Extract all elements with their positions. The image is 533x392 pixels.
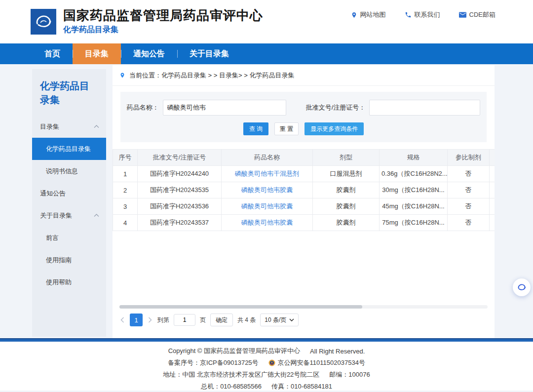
contact-link[interactable]: 联系我们 <box>405 10 440 19</box>
drug-name-link[interactable]: 磷酸奥司他韦胶囊 <box>222 182 313 198</box>
floating-cde-button[interactable] <box>513 278 531 296</box>
chevron-left-icon <box>120 317 124 323</box>
footer-divider-bar <box>0 338 533 342</box>
column-header-phantom <box>490 150 495 166</box>
cell-serial: 4 <box>113 215 138 231</box>
mailbox-label: CDE邮箱 <box>469 10 495 19</box>
rights-text: All Right Reserved. <box>310 348 365 355</box>
nav-item[interactable]: 通知公告 <box>121 43 177 64</box>
drug-name-link[interactable]: 磷酸奥司他韦胶囊 <box>222 215 313 231</box>
nav-item[interactable]: 关于目录集 <box>177 43 241 64</box>
more-conditions-button[interactable]: 显示更多查询条件 <box>305 122 364 135</box>
page-number-button[interactable]: 1 <box>130 314 143 326</box>
cell-spec: 45mg（按C16H28N... <box>380 198 448 215</box>
cell-phantom <box>490 198 495 215</box>
envelope-icon <box>459 12 466 18</box>
cell-spec: 75mg（按C16H28N... <box>380 215 448 231</box>
table-header-row: 序号 批准文号/注册证号 药品名称 剂型 规格 参比制剂 <box>113 150 495 166</box>
nav-item-label: 目录集 <box>85 49 109 58</box>
drug-name-link[interactable]: 磷酸奥司他韦胶囊 <box>222 198 313 215</box>
search-fields: 药品名称： 批准文号/注册证号： <box>120 100 487 116</box>
column-header-rld: 参比制剂 <box>448 150 490 166</box>
reset-button[interactable]: 重 置 <box>274 122 299 135</box>
drug-name-link[interactable]: 磷酸奥司他韦干混悬剂 <box>222 166 313 182</box>
sidebar-item-label: 前言 <box>46 234 59 242</box>
site-subtitle: 化学药品目录集 <box>63 25 263 35</box>
sidebar-item[interactable]: 使用指南 <box>32 249 106 271</box>
nav-item[interactable]: 首页 <box>32 43 73 64</box>
footer-address-line: 地址：中国 北京市经济技术开发区广德大街22号院二区 邮编：100076 <box>163 370 370 379</box>
cell-phantom <box>490 182 495 198</box>
sitemap-link[interactable]: 网站地图 <box>351 10 386 19</box>
contact-label: 联系我们 <box>415 10 440 19</box>
nav-item-label: 首页 <box>44 49 60 58</box>
main-panel: 当前位置：化学药品目录集 > > 目录集> > 化学药品目录集 药品名称： 批准… <box>113 65 495 338</box>
cell-form: 胶囊剂 <box>313 198 380 215</box>
page-size-select[interactable]: 10 条/页 <box>260 314 299 326</box>
confirm-page-button[interactable]: 确定 <box>210 314 233 326</box>
sidebar: 化学药品目录集 目录集 化学药品目录集 <box>32 69 106 337</box>
column-header-no: 序号 <box>113 150 138 166</box>
sidebar-item-label: 说明书信息 <box>46 167 78 176</box>
copyright-text: Copyright © 国家药品监督管理局药品审评中心 <box>168 347 300 355</box>
cell-rld: 否 <box>448 166 490 182</box>
cell-rld: 否 <box>448 215 490 231</box>
results-table: 序号 批准文号/注册证号 药品名称 剂型 规格 参比制剂 <box>113 149 495 231</box>
sidebar-item[interactable]: 使用帮助 <box>32 271 106 293</box>
cell-license: 国药准字H20244240 <box>138 166 222 182</box>
sidebar-item[interactable]: 化学药品目录集 <box>32 138 106 160</box>
address-text: 地址：中国 北京市经济技术开发区广德大街22号院二区 <box>163 370 319 379</box>
license-number-field: 批准文号/注册证号： <box>306 100 481 116</box>
drug-name-input[interactable] <box>163 100 286 116</box>
page-size-value: 10 条/页 <box>265 316 286 324</box>
sidebar-item[interactable]: 说明书信息 <box>32 160 106 182</box>
table-row: 4 国药准字H20243537 磷酸奥司他韦胶囊 胶囊剂 75mg（按C16H2… <box>113 215 495 231</box>
content-area: 化学药品目录集 目录集 化学药品目录集 <box>0 64 533 338</box>
location-pin-icon <box>351 11 357 19</box>
nav-item[interactable]: 目录集 <box>73 43 121 64</box>
cell-spec: 30mg（按C16H28N... <box>380 182 448 198</box>
sidebar-title: 化学药品目录集 <box>32 69 106 112</box>
goto-page-input[interactable] <box>174 314 195 326</box>
sidebar-item[interactable]: 关于目录集 <box>32 204 106 227</box>
mailbox-link[interactable]: CDE邮箱 <box>459 10 495 19</box>
cell-license: 国药准字H20243535 <box>138 182 222 198</box>
location-pin-icon <box>119 72 125 79</box>
cde-logo-swirl-icon <box>33 11 54 33</box>
total-count-label: 共 4 条 <box>237 316 256 324</box>
cell-phantom <box>490 166 495 182</box>
phone-text: 总机：010-68585566 <box>201 382 262 391</box>
column-header-spec: 规格 <box>380 150 448 166</box>
chevron-down-icon <box>289 318 294 321</box>
query-button[interactable]: 查 询 <box>243 122 268 135</box>
page: 国家药品监督管理局药品审评中心 化学药品目录集 网站地图 联系我们 CDE邮 <box>0 0 533 392</box>
pagination: 1 到第 页 确定 共 4 条 10 条/页 <box>113 314 495 326</box>
footer-registration-line: 备案序号：京ICP备09013725号 京公网安备11011502037534号 <box>168 358 365 367</box>
cell-phantom <box>490 215 495 231</box>
license-number-label: 批准文号/注册证号： <box>306 103 366 112</box>
license-number-input[interactable] <box>369 100 480 116</box>
title-block: 国家药品监督管理局药品审评中心 化学药品目录集 <box>63 8 263 36</box>
sidebar-item[interactable]: 目录集 <box>32 116 106 138</box>
goto-suffix-label: 页 <box>200 316 206 324</box>
pager-zone: 1 到第 页 确定 共 4 条 10 条/页 <box>113 305 495 338</box>
site-footer: Copyright © 国家药品监督管理局药品审评中心 All Right Re… <box>0 342 533 391</box>
police-registration: 京公网安备11011502037534号 <box>268 358 365 367</box>
phone-icon <box>405 11 412 18</box>
sidebar-item[interactable]: 前言 <box>32 227 106 249</box>
cde-swirl-icon <box>516 282 527 293</box>
sidebar-item[interactable]: 通知公告 <box>32 182 106 204</box>
horizontal-scrollbar <box>119 305 488 309</box>
next-page-button[interactable] <box>147 317 153 323</box>
drug-name-label: 药品名称： <box>127 103 159 112</box>
prev-page-button[interactable] <box>119 317 125 323</box>
postcode-text: 邮编：100076 <box>329 370 370 379</box>
cell-form: 口服混悬剂 <box>313 166 380 182</box>
cell-form: 胶囊剂 <box>313 182 380 198</box>
header-links: 网站地图 联系我们 CDE邮箱 <box>351 10 495 19</box>
scrollbar-thumb[interactable] <box>119 305 362 309</box>
cell-rld: 否 <box>448 182 490 198</box>
chevron-up-icon <box>94 214 99 217</box>
chevron-up-icon <box>94 125 99 128</box>
sidebar-item-label: 通知公告 <box>40 189 66 198</box>
